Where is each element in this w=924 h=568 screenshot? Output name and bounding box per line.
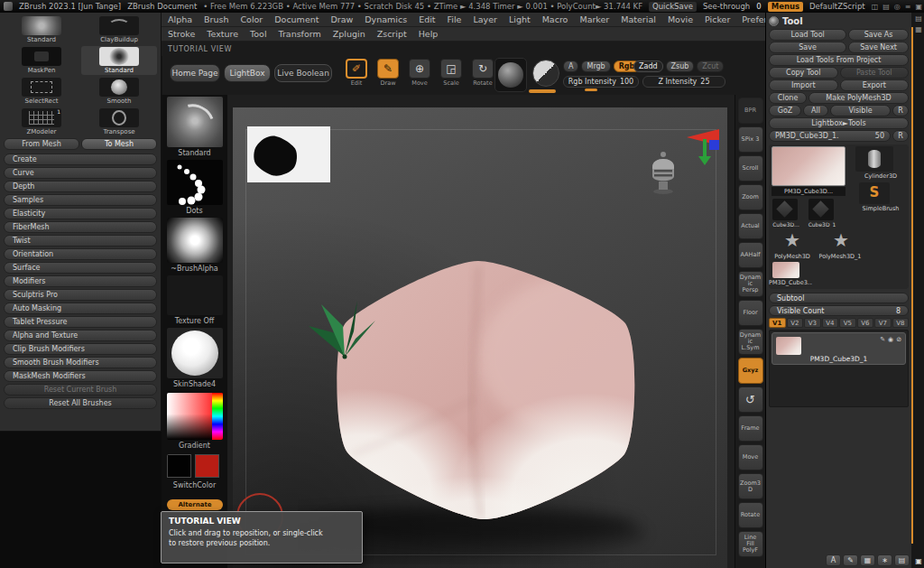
right-shelf-item[interactable]: Zoom <box>738 184 763 210</box>
gear-icon[interactable] <box>769 16 779 26</box>
save-as-button[interactable]: Save As <box>848 29 909 41</box>
subtool-toggle-icon[interactable]: ◉ <box>888 336 893 343</box>
switch-color-swatches[interactable] <box>167 454 223 480</box>
active-tool-slider[interactable]: PM3D_Cube3D_1. 50 <box>769 130 891 142</box>
subtool-visibility-tab[interactable]: V6 <box>857 318 874 328</box>
panel-bottom-icon[interactable]: ▤ <box>894 554 910 566</box>
titlebar-icon[interactable]: ▣ <box>915 3 922 11</box>
polymesh3d-1-tool-thumbnail[interactable]: ★ <box>821 229 861 253</box>
panel-bottom-icon[interactable]: ▦ <box>860 554 875 566</box>
right-shelf-item[interactable]: Floor <box>738 300 763 326</box>
axis-gizmo-icon[interactable] <box>679 126 721 166</box>
brush-section-button[interactable]: Curve <box>4 167 157 179</box>
mode-button[interactable]: ↻ Rotate <box>471 59 494 87</box>
menu-item[interactable]: Dynamics <box>365 14 407 24</box>
goz-r-button[interactable]: R <box>892 105 909 116</box>
right-shelf-item[interactable]: Frame <box>738 415 763 442</box>
goz-button[interactable]: GoZ <box>769 105 801 116</box>
mode-button[interactable]: ✐ Edit <box>345 59 368 87</box>
menu-item[interactable]: Tool <box>250 29 266 39</box>
brush-section-button[interactable]: Alpha and Texture <box>4 330 157 341</box>
subtool-toggle-icon[interactable]: ✎ <box>880 336 885 343</box>
color-gradient-picker[interactable] <box>167 393 223 440</box>
menu-item[interactable]: Picker <box>705 14 730 24</box>
mode-button[interactable]: ⊕ Move <box>408 59 431 87</box>
brush-section-button[interactable]: Orientation <box>4 248 157 260</box>
sculpt-mode-button[interactable]: Zcut <box>697 61 724 72</box>
brush-section-button[interactable]: Modifiers <box>4 275 157 287</box>
canvas-area[interactable] <box>227 95 735 568</box>
menu-item[interactable]: Draw <box>330 14 353 24</box>
subtool-list-item[interactable]: ✎◉⊘ PM3D_Cube3D_1 <box>772 332 906 365</box>
panel-bottom-icon[interactable]: A <box>826 554 841 566</box>
nav-preview-thumbnail[interactable] <box>247 126 330 182</box>
color-mode-button[interactable]: A <box>563 61 578 72</box>
paste-tool-button[interactable]: Paste Tool <box>840 67 910 79</box>
to-mesh-button[interactable]: To Mesh <box>81 138 157 150</box>
brush-thumbnail[interactable]: ClayBuildup <box>81 15 157 44</box>
lightbox-tools-button[interactable]: Lightbox►Tools <box>769 117 909 129</box>
titlebar-icon[interactable]: ▤ <box>882 3 890 11</box>
brush-section-button[interactable]: Auto Masking <box>4 303 157 314</box>
subtool-visibility-tab[interactable]: V1 <box>769 318 786 328</box>
menu-item[interactable]: File <box>448 14 462 24</box>
brush-section-button[interactable]: FiberMesh <box>4 221 157 233</box>
titlebar-icon[interactable]: ◫ <box>872 3 879 11</box>
quicksave-button[interactable]: QuickSave <box>649 2 697 12</box>
live-boolean-button[interactable]: Live Boolean <box>274 64 332 82</box>
menu-item[interactable]: Color <box>240 14 263 24</box>
subtool-visibility-tab[interactable]: V7 <box>874 318 892 328</box>
brush-section-button[interactable]: Create <box>4 154 157 165</box>
main-color-swatch[interactable] <box>167 454 191 478</box>
sculpt-mode-button[interactable]: Zadd <box>633 61 663 72</box>
tray-folder-icon[interactable]: ▤ <box>914 14 923 23</box>
menu-item[interactable]: Zscript <box>377 29 407 39</box>
brush-section-button[interactable]: Smooth Brush Modifiers <box>4 357 157 368</box>
subtool-visibility-tab[interactable]: V8 <box>892 318 910 328</box>
brush-thumbnail[interactable]: SelectRect <box>4 77 79 106</box>
from-mesh-button[interactable]: From Mesh <box>4 138 79 150</box>
material-thumbnail[interactable] <box>167 328 223 378</box>
menu-item[interactable]: Stroke <box>168 29 195 39</box>
menu-item[interactable]: Brush <box>204 14 228 24</box>
subtool-visibility-tab[interactable]: V3 <box>804 318 821 328</box>
right-shelf-item[interactable]: Dynamic L.Sym <box>738 329 763 355</box>
cylinder3d-tool-thumbnail[interactable] <box>855 146 893 172</box>
mode-button[interactable]: ◲ Scale <box>439 59 463 87</box>
subtool-visibility-tab[interactable]: V5 <box>839 318 856 328</box>
brush-thumbnail[interactable]: Standard <box>4 15 79 44</box>
brush-section-button[interactable]: Elasticity <box>4 208 157 219</box>
subtool-header[interactable]: Subtool <box>769 293 909 303</box>
menu-item[interactable]: Transform <box>279 29 321 39</box>
brush-thumbnail[interactable]: Smooth <box>81 77 157 106</box>
brush-section-button[interactable]: Sculptris Pro <box>4 289 157 301</box>
subtool-visibility-tab[interactable]: V2 <box>787 318 804 328</box>
cube3d-tool-thumbnail[interactable] <box>772 199 798 220</box>
right-shelf-item[interactable]: Gxyz <box>738 358 763 384</box>
panel-bottom-icon[interactable]: ∗ <box>877 554 892 566</box>
menu-item[interactable]: Texture <box>207 29 238 39</box>
menu-item[interactable]: Edit <box>419 14 435 24</box>
tray-book-icon[interactable]: ▦ <box>914 25 923 34</box>
goz-visible-button[interactable]: Visible <box>830 105 891 116</box>
right-shelf-item[interactable]: AAHalf <box>738 242 763 268</box>
menu-item[interactable]: Alpha <box>168 14 192 24</box>
menu-item[interactable]: Light <box>509 14 531 24</box>
load-tools-from-project-button[interactable]: Load Tools From Project <box>769 54 909 66</box>
menu-item[interactable]: Zplugin <box>333 29 365 39</box>
right-shelf-item[interactable]: Scroll <box>738 155 763 182</box>
brush-thumbnail[interactable]: Transpose <box>81 107 157 136</box>
right-shelf-item[interactable]: Move <box>738 444 763 470</box>
export-button[interactable]: Export <box>840 79 910 91</box>
load-tool-button[interactable]: Load Tool <box>769 29 846 41</box>
head-preview-icon[interactable] <box>646 149 680 196</box>
panel-bottom-icon[interactable]: ✎ <box>843 554 858 566</box>
polymesh3d-tool-thumbnail[interactable]: ★ <box>772 229 812 253</box>
brush-section-button[interactable]: Depth <box>4 181 157 192</box>
brush-section-button[interactable]: Samples <box>4 194 157 206</box>
right-shelf-item[interactable]: ↺ <box>738 386 763 413</box>
import-button[interactable]: Import <box>769 79 838 91</box>
menu-item[interactable]: Help <box>419 29 439 39</box>
brush-thumbnail[interactable]: MaskPen <box>4 46 79 75</box>
color-mode-button[interactable]: Mrgb <box>581 61 610 72</box>
